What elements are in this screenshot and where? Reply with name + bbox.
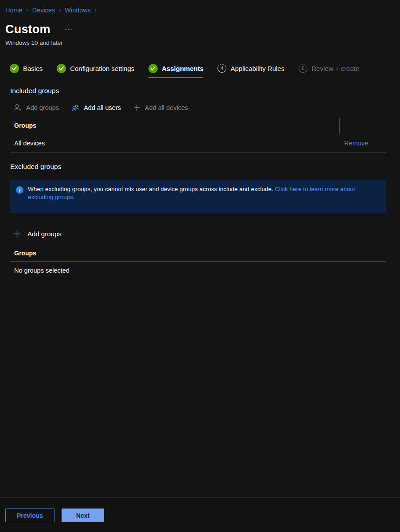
breadcrumb-devices[interactable]: Devices	[32, 7, 55, 14]
step-label: Configuration settings	[70, 65, 134, 72]
page: Home › Devices › Windows › Custom ⋯ Wind…	[0, 0, 400, 532]
page-title: Custom	[5, 23, 50, 36]
page-subtitle: Windows 10 and later	[5, 39, 400, 46]
breadcrumb-windows[interactable]: Windows	[65, 7, 91, 14]
step-applicability-rules[interactable]: 4 Applicability Rules	[217, 64, 284, 77]
plus-icon	[133, 104, 141, 112]
table-row: All devices Remove	[10, 134, 386, 153]
table-header-row: Groups	[10, 117, 386, 134]
remove-link[interactable]: Remove	[340, 140, 386, 147]
check-circle-icon	[148, 64, 158, 73]
excluded-add-groups-button[interactable]: Add groups	[12, 229, 386, 239]
people-icon	[71, 103, 80, 112]
banner-message: When excluding groups, you cannot mix us…	[28, 186, 275, 192]
toolbar-label: Add all devices	[145, 104, 188, 111]
step-number-circle: 5	[299, 64, 307, 73]
included-groups-heading: Included groups	[10, 87, 386, 95]
add-all-users-button[interactable]: Add all users	[71, 103, 121, 112]
step-label: Applicability Rules	[230, 65, 284, 72]
toolbar-label: Add all users	[84, 104, 121, 111]
included-groups-table: Groups All devices Remove	[10, 117, 386, 153]
info-banner: i When excluding groups, you cannot mix …	[10, 180, 386, 213]
group-name-cell: All devices	[10, 140, 340, 147]
wizard-footer: Previous Next	[0, 497, 400, 532]
breadcrumb-home[interactable]: Home	[5, 7, 23, 14]
included-toolbar: Add groups Add all users	[13, 103, 386, 112]
toolbar-label: Add groups	[26, 104, 59, 111]
column-header-groups: Groups	[10, 122, 36, 129]
table-empty-row: No groups selected	[10, 262, 386, 279]
check-circle-icon	[10, 64, 19, 73]
table-header-row: Groups	[10, 245, 386, 262]
step-label: Assignments	[162, 65, 203, 72]
step-review-create[interactable]: 5 Review + create	[299, 64, 359, 77]
breadcrumb: Home › Devices › Windows ›	[0, 0, 400, 14]
wizard-steps: Basics Configuration settings Assignment…	[10, 64, 400, 78]
step-basics[interactable]: Basics	[10, 64, 43, 77]
plus-icon	[12, 229, 22, 239]
check-circle-icon	[57, 64, 66, 73]
add-groups-label: Add groups	[27, 230, 62, 238]
next-button[interactable]: Next	[62, 509, 104, 522]
chevron-right-icon: ›	[59, 7, 61, 13]
more-options-icon[interactable]: ⋯	[65, 25, 73, 34]
excluded-groups-table: Groups No groups selected	[10, 245, 386, 279]
info-icon: i	[16, 186, 23, 194]
add-groups-button[interactable]: Add groups	[13, 103, 59, 112]
chevron-right-icon: ›	[95, 7, 97, 13]
step-label: Basics	[23, 65, 43, 72]
previous-button[interactable]: Previous	[5, 509, 54, 522]
step-configuration-settings[interactable]: Configuration settings	[57, 64, 134, 77]
step-assignments[interactable]: Assignments	[148, 64, 203, 78]
step-label: Review + create	[311, 65, 359, 72]
step-number-circle: 4	[217, 64, 226, 73]
excluded-groups-heading: Excluded groups	[10, 163, 386, 171]
empty-state-text: No groups selected	[10, 267, 386, 274]
chevron-right-icon: ›	[27, 7, 28, 13]
person-add-icon	[13, 103, 22, 112]
column-header-groups: Groups	[10, 250, 36, 257]
add-all-devices-button[interactable]: Add all devices	[133, 104, 188, 112]
banner-text: When excluding groups, you cannot mix us…	[28, 185, 380, 207]
column-divider	[339, 118, 340, 134]
